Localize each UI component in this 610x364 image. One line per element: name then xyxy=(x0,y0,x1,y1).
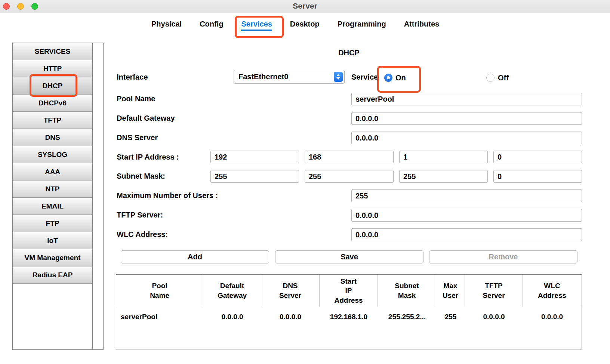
dhcp-panel-title: DHCP xyxy=(116,49,582,57)
sidebar-item-vm-management[interactable]: VM Management xyxy=(13,249,92,266)
table-header-row: Pool Name Default Gateway DNS Server Sta… xyxy=(116,275,582,307)
table-header-default-gateway: Default Gateway xyxy=(203,275,261,307)
interface-select-value: FastEthernet0 xyxy=(238,73,288,81)
start-ip-octet-1[interactable] xyxy=(210,151,299,163)
tab-physical[interactable]: Physical xyxy=(151,20,182,31)
max-users-label: Maximum Number of Users : xyxy=(117,190,218,201)
tab-config[interactable]: Config xyxy=(200,20,223,31)
table-cell-dns-server[interactable]: 0.0.0.0 xyxy=(261,307,320,327)
interface-select[interactable]: FastEthernet0 xyxy=(234,70,345,84)
add-button[interactable]: Add xyxy=(121,250,269,263)
default-gateway-label: Default Gateway xyxy=(117,113,175,123)
sidebar-item-dns[interactable]: DNS xyxy=(13,129,92,146)
sidebar-item-email[interactable]: EMAIL xyxy=(13,198,92,215)
pool-name-label: Pool Name xyxy=(117,93,155,104)
tab-desktop[interactable]: Desktop xyxy=(290,20,320,31)
save-button[interactable]: Save xyxy=(275,250,423,263)
table-header-wlc-address: WLC Address xyxy=(523,275,581,307)
start-ip-octet-4[interactable] xyxy=(493,151,582,163)
service-label: Service xyxy=(351,72,378,82)
highlight-dhcp-sidebar-item xyxy=(30,74,77,97)
service-off-radio[interactable] xyxy=(486,74,495,82)
sidebar-item-aaa[interactable]: AAA xyxy=(13,163,92,181)
highlight-service-on-radio xyxy=(377,66,421,93)
table-header-dns-server: DNS Server xyxy=(261,275,320,307)
sidebar-item-dhcpv6[interactable]: DHCPv6 xyxy=(13,95,92,112)
table-header-pool-name: Pool Name xyxy=(116,275,203,307)
subnet-mask-octet-4[interactable] xyxy=(493,170,582,183)
table-header-max-user: Max User xyxy=(436,275,465,307)
subnet-mask-label: Subnet Mask: xyxy=(117,171,165,181)
subnet-mask-octet-1[interactable] xyxy=(210,170,299,183)
table-header-tftp-server: TFTP Server xyxy=(465,275,523,307)
sidebar-item-tftp[interactable]: TFTP xyxy=(13,112,92,129)
wlc-address-input[interactable] xyxy=(351,228,582,241)
table-row[interactable]: serverPool 0.0.0.0 0.0.0.0 192.168.1.0 2… xyxy=(116,307,582,327)
subnet-mask-octet-2[interactable] xyxy=(305,170,394,183)
max-users-input[interactable] xyxy=(351,189,582,202)
tab-programming[interactable]: Programming xyxy=(338,20,386,31)
tftp-server-input[interactable] xyxy=(351,209,582,222)
table-header-subnet-mask: Subnet Mask xyxy=(378,275,436,307)
default-gateway-input[interactable] xyxy=(351,112,582,125)
chevron-up-icon xyxy=(336,74,340,76)
highlight-services-tab xyxy=(235,16,284,38)
table-cell-subnet-mask[interactable]: 255.255.2... xyxy=(378,307,436,327)
table-cell-max-user[interactable]: 255 xyxy=(436,307,465,327)
sidebar-item-ftp[interactable]: FTP xyxy=(13,215,92,232)
remove-button[interactable]: Remove xyxy=(429,250,577,263)
dhcp-pools-table: Pool Name Default Gateway DNS Server Sta… xyxy=(116,274,582,349)
server-window: Server Physical Config Services Desktop … xyxy=(0,0,610,364)
window-titlebar: Server xyxy=(0,0,610,13)
table-header-start-ip: Start IP Address xyxy=(320,275,378,307)
tftp-server-label: TFTP Server: xyxy=(117,210,163,220)
table-cell-pool-name[interactable]: serverPool xyxy=(116,307,203,327)
start-ip-octet-2[interactable] xyxy=(305,151,394,163)
table-cell-tftp-server[interactable]: 0.0.0.0 xyxy=(465,307,523,327)
chevron-down-icon xyxy=(336,77,340,80)
tab-attributes[interactable]: Attributes xyxy=(404,20,439,31)
sidebar-item-services[interactable]: SERVICES xyxy=(13,43,92,60)
start-ip-label: Start IP Address : xyxy=(117,152,179,162)
dropdown-stepper-icon[interactable] xyxy=(334,72,343,82)
sidebar-item-syslog[interactable]: SYSLOG xyxy=(13,146,92,163)
tab-bar: Physical Config Services Desktop Program… xyxy=(143,16,458,34)
service-off-label[interactable]: Off xyxy=(498,73,509,83)
start-ip-octet-3[interactable] xyxy=(399,151,488,163)
sidebar-item-ntp[interactable]: NTP xyxy=(13,181,92,198)
wlc-address-label: WLC Address: xyxy=(117,229,168,240)
dns-server-input[interactable] xyxy=(351,132,582,144)
table-cell-wlc-address[interactable]: 0.0.0.0 xyxy=(523,307,581,327)
pool-name-input[interactable] xyxy=(351,93,582,105)
window-title: Server xyxy=(0,1,610,10)
sidebar-item-radius-eap[interactable]: Radius EAP xyxy=(13,266,92,284)
interface-label: Interface xyxy=(117,72,148,82)
subnet-mask-octet-3[interactable] xyxy=(399,170,488,183)
table-cell-start-ip[interactable]: 192.168.1.0 xyxy=(320,307,378,327)
table-cell-default-gateway[interactable]: 0.0.0.0 xyxy=(203,307,261,327)
dns-server-label: DNS Server xyxy=(117,132,158,143)
sidebar-item-iot[interactable]: IoT xyxy=(13,232,92,249)
